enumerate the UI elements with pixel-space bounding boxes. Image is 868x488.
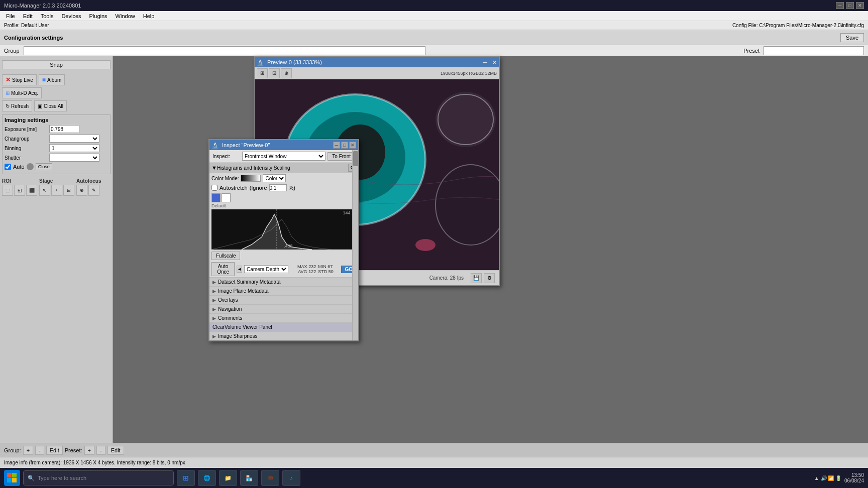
channel-btn-white[interactable] (222, 193, 231, 202)
imaging-settings: Imaging settings Exposure [ms] Changroup… (2, 114, 111, 174)
exposure-input[interactable] (49, 125, 79, 133)
add-preset-button[interactable]: + (84, 446, 94, 455)
inspect-scroll-thumb[interactable] (353, 151, 358, 166)
preview-image-info: 1936x1456px RGB32 32MB (441, 71, 497, 76)
menu-devices[interactable]: Devices (57, 12, 85, 20)
close-shutter-button[interactable]: Close (36, 163, 52, 170)
overlays-row[interactable]: ▶ Overlays (209, 295, 358, 304)
dataset-summary-row[interactable]: ▶ Dataset Summary Metadata (209, 277, 358, 286)
start-button[interactable] (4, 470, 20, 486)
inspect-minimize-button[interactable]: ─ (333, 142, 340, 149)
edit-group-button[interactable]: Edit (46, 446, 63, 455)
status-bar: Image info (from camera): 1936 X 1456 X … (0, 457, 868, 468)
stop-live-button[interactable]: ✕ Stop Live (2, 74, 37, 85)
image-plane-row[interactable]: ▶ Image Plane Metadata (209, 286, 358, 295)
profile-bar: Profile: Default User Config File: C:\Pr… (0, 21, 868, 30)
album-button[interactable]: ■ Album (39, 74, 65, 85)
system-tray: ▲ 🔊 📶 🔋 13:50 06/08/24 (814, 472, 864, 483)
preview-save-button[interactable]: 💾 (471, 273, 482, 283)
group-bar-label: Group: (4, 447, 21, 453)
edit-preset-button[interactable]: Edit (107, 446, 124, 455)
fullscale-button[interactable]: Fullscale (211, 252, 240, 260)
histogram-bottom-value: .488 (284, 243, 293, 249)
preview-tool-adjust[interactable]: ⊡ (269, 68, 280, 78)
preset-label: Preset (743, 48, 759, 54)
taskbar-app-4[interactable]: 🏪 (240, 470, 258, 486)
changroup-dropdown[interactable] (49, 135, 99, 143)
color-swatch (241, 175, 261, 182)
preview-tool-zoom[interactable]: ⊕ (281, 68, 292, 78)
taskbar-app-5[interactable]: ✉ (261, 470, 279, 486)
taskbar-app-3[interactable]: 📁 (219, 470, 237, 486)
autofocus-btn-1[interactable]: ⊕ (76, 185, 87, 196)
comments-collapse-arrow: ▶ (212, 316, 216, 321)
image-sharpness-collapse-arrow: ▶ (212, 334, 216, 339)
image-sharpness-row[interactable]: ▶ Image Sharpness (209, 331, 358, 340)
auto-checkbox[interactable] (5, 164, 11, 170)
taskbar-search-bar[interactable]: 🔍 Type here to search (23, 470, 174, 485)
menu-help[interactable]: Help (139, 12, 159, 20)
preview-maximize-button[interactable]: □ (488, 59, 491, 66)
taskbar-app-1[interactable]: ⊞ (177, 470, 195, 486)
channel-btn-blue[interactable] (211, 193, 221, 202)
autostretch-row: Autostretch (Ignore %) (209, 183, 358, 192)
preview-close-button[interactable]: ✕ (492, 59, 497, 66)
shutter-dropdown[interactable] (49, 154, 99, 162)
inspect-close-button[interactable]: ✕ (349, 142, 356, 149)
camera-dropdown[interactable]: Camera Depth (244, 265, 288, 273)
minimize-button[interactable]: ─ (836, 2, 844, 9)
taskbar-app-2[interactable]: 🌐 (198, 470, 216, 486)
maximize-button[interactable]: □ (846, 2, 854, 9)
remove-group-button[interactable]: - (35, 446, 44, 455)
group-input[interactable] (24, 46, 425, 55)
navigation-collapse-arrow: ▶ (212, 307, 216, 312)
menu-window[interactable]: Window (112, 12, 139, 20)
navigation-row[interactable]: ▶ Navigation (209, 304, 358, 313)
stage-btn-1[interactable]: ↖ (39, 185, 50, 196)
color-mode-label: Color Mode: (211, 176, 239, 181)
autofocus-btn-2[interactable]: ✎ (88, 185, 99, 196)
stage-btn-2[interactable]: + (51, 185, 62, 196)
autostretch-checkbox[interactable] (211, 185, 218, 191)
svg-point-7 (436, 92, 496, 147)
close-all-button[interactable]: ▣ Close All (34, 100, 67, 111)
auto-once-button[interactable]: Auto Once (211, 262, 235, 276)
inspect-dropdown[interactable]: Frontmost Window (242, 152, 325, 161)
roi-icon-row: ⬚ ◱ ⬛ (2, 185, 37, 196)
roi-btn-3[interactable]: ⬛ (26, 185, 37, 196)
refresh-button[interactable]: ↻ Refresh (2, 100, 32, 111)
taskbar-app-6[interactable]: ♪ (282, 470, 300, 486)
menu-edit[interactable]: Edit (19, 12, 37, 20)
histogram-collapse-arrow[interactable]: ▼ (211, 165, 217, 171)
binning-dropdown[interactable]: 1 (49, 144, 99, 152)
comments-row[interactable]: ▶ Comments (209, 313, 358, 322)
multi-d-acq-button[interactable]: ⊞ Multi-D Acq. (2, 87, 42, 98)
add-group-button[interactable]: + (23, 446, 33, 455)
color-mode-dropdown[interactable]: Color (263, 174, 286, 182)
taskbar: 🔍 Type here to search ⊞ 🌐 📁 🏪 ✉ ♪ ▲ 🔊 📶 … (0, 468, 868, 488)
to-front-button[interactable]: To Front (328, 152, 355, 161)
max-label: MAX (297, 264, 307, 269)
inspect-scrollbar[interactable] (352, 150, 358, 340)
menu-file[interactable]: File (2, 12, 19, 20)
auto-label: Auto (13, 164, 25, 170)
preview-minimize-button[interactable]: ─ (483, 59, 487, 66)
camera-prev-button[interactable]: ◄ (237, 266, 242, 273)
snap-button[interactable]: Snap (2, 60, 111, 69)
ignore-input[interactable] (269, 184, 287, 191)
inspect-dialog-controls: ─ □ ✕ (333, 142, 356, 149)
changroup-row: Changroup (5, 135, 108, 143)
menu-tools[interactable]: Tools (37, 12, 58, 20)
clearvolume-row[interactable]: ClearVolume Viewer Panel (209, 322, 358, 331)
stage-btn-3[interactable]: ⊟ (63, 185, 74, 196)
remove-preset-button[interactable]: - (96, 446, 105, 455)
roi-btn-1[interactable]: ⬚ (2, 185, 13, 196)
inspect-maximize-button[interactable]: □ (341, 142, 348, 149)
save-button[interactable]: Save (840, 33, 864, 42)
preview-tool-grid[interactable]: ⊞ (257, 68, 268, 78)
close-button[interactable]: ✕ (856, 2, 864, 9)
roi-btn-2[interactable]: ◱ (14, 185, 25, 196)
preview-settings-button[interactable]: ⚙ (484, 273, 495, 283)
preset-input[interactable] (764, 46, 864, 55)
menu-plugins[interactable]: Plugins (85, 12, 112, 20)
